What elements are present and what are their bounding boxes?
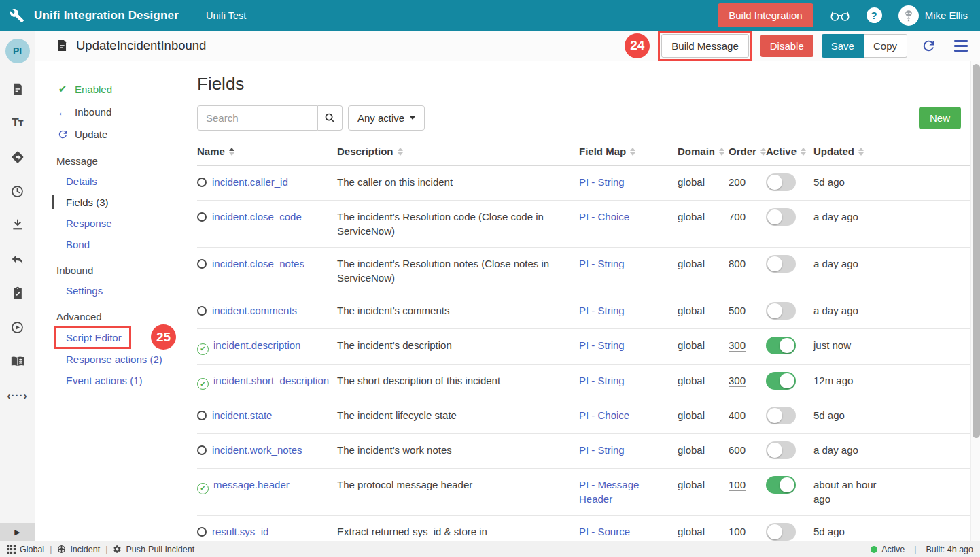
column-header-description[interactable]: Description (337, 146, 579, 157)
field-map-link[interactable]: PI - String (579, 176, 625, 188)
field-order-value[interactable]: 300 (729, 339, 746, 352)
field-map-link[interactable]: PI - Choice (579, 211, 629, 222)
nav-bond[interactable]: Bond (35, 234, 177, 255)
vertical-scrollbar[interactable] (970, 61, 980, 541)
field-map-link[interactable]: PI - String (579, 339, 625, 351)
column-header-order[interactable]: Order (729, 146, 766, 157)
expand-sidebar-button[interactable]: ▶ (0, 523, 35, 541)
field-name-link[interactable]: incident.comments (212, 305, 297, 316)
field-map-link[interactable]: PI - Message Header (579, 479, 639, 505)
active-toggle[interactable] (766, 441, 796, 459)
field-name-link[interactable]: message.header (213, 479, 290, 490)
active-toggle[interactable] (766, 302, 796, 320)
active-toggle[interactable] (766, 255, 796, 273)
field-domain: global (678, 166, 729, 198)
column-header-field-map[interactable]: Field Map (579, 146, 678, 157)
field-order-value[interactable]: 300 (729, 375, 746, 387)
top-bar: Unifi Integration Designer Unifi Test Bu… (0, 0, 980, 31)
sort-asc-icon (630, 148, 635, 151)
search-button[interactable] (318, 105, 343, 131)
integration-avatar[interactable]: PI (5, 39, 30, 63)
field-name-link[interactable]: incident.caller_id (212, 176, 288, 188)
field-name-cell: ✔incident.short_description (197, 365, 337, 399)
scrollbar-thumb[interactable] (973, 64, 980, 438)
code-icon[interactable]: ‹···› (10, 387, 26, 403)
field-name-cell: result.sys_id (197, 516, 337, 541)
sort-icon (858, 148, 864, 156)
save-button[interactable]: Save (822, 34, 864, 58)
new-field-button[interactable]: New (919, 107, 961, 129)
copy-button[interactable]: Copy (864, 34, 907, 58)
nav-script-editor[interactable]: Script Editor (56, 331, 129, 345)
nav-enabled[interactable]: ✔ Enabled (35, 78, 177, 101)
sort-icon (801, 148, 806, 156)
active-toggle[interactable] (766, 523, 796, 541)
refresh-icon[interactable] (921, 38, 937, 54)
column-header-domain[interactable]: Domain (678, 146, 729, 157)
field-map-link[interactable]: PI - Source Reference (579, 526, 630, 541)
active-filter-dropdown[interactable]: Any active (348, 105, 425, 131)
active-toggle[interactable] (766, 476, 796, 494)
disable-button[interactable]: Disable (760, 35, 813, 57)
column-header-name[interactable]: Name (197, 146, 337, 157)
field-map-link[interactable]: PI - String (579, 375, 625, 386)
nav-details[interactable]: Details (35, 171, 177, 192)
help-icon[interactable]: ? (867, 7, 882, 23)
active-toggle[interactable] (766, 173, 796, 191)
column-header-updated[interactable]: Updated (813, 146, 888, 157)
download-icon[interactable] (10, 217, 26, 233)
nav-inbound[interactable]: ← Inbound (35, 101, 177, 123)
field-active-cell (766, 365, 813, 399)
build-message-button[interactable]: Build Message (661, 34, 748, 58)
field-map-link[interactable]: PI - Choice (579, 409, 629, 421)
column-header-active[interactable]: Active (766, 146, 813, 157)
field-name-link[interactable]: result.sys_id (212, 526, 268, 537)
active-toggle[interactable] (766, 337, 796, 354)
menu-icon[interactable] (954, 40, 968, 52)
field-name-link[interactable]: incident.description (213, 339, 300, 351)
nav-fields[interactable]: Fields (3) (35, 192, 177, 213)
field-map-link[interactable]: PI - String (579, 444, 625, 456)
directions-icon[interactable] (10, 149, 26, 165)
tasks-icon[interactable] (10, 285, 26, 301)
field-map-link[interactable]: PI - String (579, 305, 625, 316)
build-integration-button[interactable]: Build Integration (718, 3, 813, 27)
wrench-icon (10, 8, 24, 23)
nav-update[interactable]: Update (35, 123, 177, 146)
active-toggle[interactable] (766, 208, 796, 226)
history-icon[interactable] (10, 183, 26, 199)
check-icon: ✔ (56, 83, 69, 95)
nav-event-actions[interactable]: Event actions (1) (35, 370, 177, 391)
field-name-cell: ✔incident.description (197, 329, 337, 364)
field-name-link[interactable]: incident.close_notes (212, 258, 304, 269)
document-icon[interactable] (10, 81, 26, 97)
preview-glasses-icon[interactable] (830, 10, 850, 22)
sort-desc-icon (630, 152, 635, 156)
search-input[interactable] (197, 105, 318, 131)
nav-response[interactable]: Response (35, 213, 177, 234)
field-name-link[interactable]: incident.state (212, 409, 272, 421)
field-description: The incident's work notes (337, 434, 579, 466)
docs-book-icon[interactable] (10, 353, 26, 369)
play-circle-icon[interactable] (10, 319, 26, 335)
integration-item[interactable]: Push-Pull Incident (113, 545, 194, 554)
field-name-link[interactable]: incident.short_description (213, 375, 329, 386)
app-title: Unifi Integration Designer (34, 9, 179, 22)
field-inactive-circle-icon (197, 527, 207, 537)
toggle-knob (767, 443, 782, 458)
active-toggle[interactable] (766, 407, 796, 424)
field-name-cell: incident.comments (197, 294, 337, 326)
process-item[interactable]: Incident (57, 545, 100, 554)
text-fields-icon[interactable]: Tт (10, 115, 26, 131)
active-toggle[interactable] (766, 372, 796, 390)
user-menu[interactable]: Mike Ellis (898, 5, 968, 26)
nav-response-actions[interactable]: Response actions (2) (35, 349, 177, 370)
separator: | (105, 545, 107, 554)
reply-icon[interactable] (10, 251, 26, 267)
field-name-link[interactable]: incident.work_notes (212, 444, 302, 456)
field-order-value[interactable]: 100 (729, 479, 746, 491)
field-name-link[interactable]: incident.close_code (212, 211, 302, 222)
nav-settings[interactable]: Settings (35, 280, 177, 301)
field-map-link[interactable]: PI - String (579, 258, 625, 269)
scope-item[interactable]: Global (7, 545, 44, 554)
